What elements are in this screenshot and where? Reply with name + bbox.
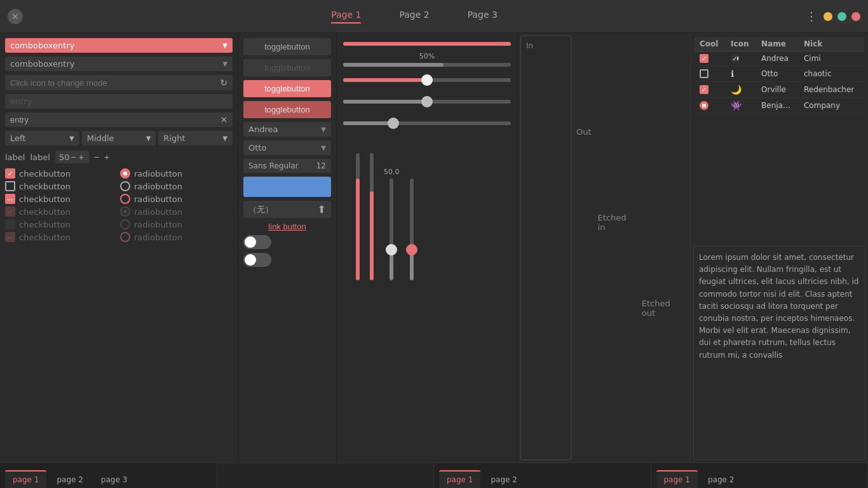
checkbutton-2[interactable]: checkbutton	[5, 181, 118, 191]
align-left-select[interactable]: Left ▼	[5, 131, 79, 146]
spinner-inc[interactable]: +	[78, 152, 85, 162]
font-name: Sans Regular	[248, 161, 311, 170]
vslider-1[interactable]	[356, 153, 360, 280]
vslider-4[interactable]	[410, 153, 414, 280]
radiobutton-label-2: radiobutton	[134, 182, 182, 191]
align-left-arrow: ▼	[69, 135, 74, 142]
cell-icon-2: ℹ	[726, 66, 756, 82]
entry-with-clear: ✕	[5, 112, 233, 127]
extra-dec[interactable]: −	[94, 152, 99, 162]
togglebutton-2: togglebutton	[243, 59, 331, 76]
checkbox-2	[5, 181, 15, 191]
cell-nick-2: chaotic	[799, 66, 864, 82]
font-row[interactable]: Sans Regular 12	[243, 159, 331, 173]
tab-page3[interactable]: Page 3	[468, 10, 498, 24]
table-row[interactable]: ✓ Andrea Cimi	[695, 51, 864, 66]
out-section: Out	[574, 36, 594, 460]
hslider-5[interactable]	[343, 116, 511, 129]
bottom-tab-p1-1[interactable]: page 1	[5, 470, 46, 488]
checkbutton-3[interactable]: checkbutton	[5, 194, 118, 204]
tab-page2[interactable]: Page 2	[399, 10, 429, 24]
bottom-tab-p2-3[interactable]: page 2	[483, 471, 524, 488]
hslider-3[interactable]	[343, 73, 511, 86]
radio-5	[120, 219, 130, 229]
spinner-dec[interactable]: −	[69, 152, 77, 162]
combo-andrea-arrow: ▼	[321, 126, 326, 133]
combo-value-dark: comboboxentry	[10, 59, 222, 69]
icon-alien-4: 👾	[731, 100, 742, 111]
hslider-4[interactable]	[343, 95, 511, 107]
bottom-tab-p2-1[interactable]: page 2	[49, 471, 90, 488]
radiobutton-label-4: radiobutton	[134, 207, 182, 217]
radiobutton-2[interactable]: radiobutton	[120, 181, 233, 191]
checkbutton-4: checkbutton	[5, 207, 118, 217]
align-right-select[interactable]: Right ▼	[158, 131, 233, 146]
checkbutton-1[interactable]: checkbutton	[5, 168, 118, 179]
combo-entry-dark[interactable]: comboboxentry ▼	[5, 57, 233, 71]
dot-green	[837, 12, 846, 21]
close-button[interactable]: ✕	[8, 9, 23, 24]
checkbox-cool-3	[700, 85, 709, 94]
bottom-tab-p1-4[interactable]: page 1	[656, 470, 698, 488]
checkbutton-label-3: checkbutton	[19, 194, 71, 204]
radiobutton-3[interactable]: radiobutton	[120, 194, 233, 204]
slider-label-50pct: 50%	[343, 52, 511, 60]
radio-1	[120, 168, 130, 179]
bottom-tab-p1-3[interactable]: page 1	[439, 470, 480, 488]
togglebutton-3[interactable]: togglebutton	[243, 80, 331, 97]
checkbutton-label-2: checkbutton	[19, 182, 71, 191]
cell-icon-4: 👾	[726, 98, 756, 114]
tab-group-4: page 1 page 2	[651, 463, 869, 488]
col-icon: Icon	[726, 37, 756, 51]
data-table: Cool Icon Name Nick	[695, 37, 864, 114]
menu-icon[interactable]: ⋮	[806, 10, 817, 23]
cell-nick-1: Cimi	[799, 51, 864, 66]
combo-otto-arrow: ▼	[321, 144, 326, 151]
refresh-icon[interactable]: ↻	[220, 78, 227, 88]
bottom-tab-p2-4[interactable]: page 2	[700, 471, 742, 488]
switch-knob-1	[245, 236, 256, 248]
togglebutton-1[interactable]: togglebutton	[243, 38, 331, 55]
table-row[interactable]: 🌙 Orville Redenbacher	[695, 82, 864, 98]
col-name: Name	[756, 37, 799, 51]
align-middle-select[interactable]: Middle ▼	[82, 131, 156, 146]
checkbox-cool-2	[700, 69, 709, 78]
tab-page1[interactable]: Page 1	[331, 10, 361, 24]
main-area: comboboxentry ▼ comboboxentry ▼ ↻ entry …	[0, 33, 868, 463]
combo-otto[interactable]: Otto ▼	[243, 140, 331, 155]
font-size: 12	[316, 161, 326, 170]
cell-name-2: Otto	[756, 66, 799, 82]
hslider-2[interactable]	[343, 63, 511, 67]
combo-entry-red[interactable]: comboboxentry ▼	[5, 38, 233, 53]
file-row[interactable]: （无） ⬆	[243, 201, 331, 218]
tab-group-1: page 1 page 2 page 3	[0, 463, 217, 488]
extra-inc[interactable]: +	[104, 152, 109, 162]
align-middle-arrow: ▼	[146, 135, 151, 142]
radio-4	[120, 207, 130, 217]
etched-in-label: Etched in	[598, 213, 635, 232]
cell-cool-2	[695, 66, 726, 82]
radio-6	[120, 232, 130, 242]
link-button[interactable]: link button	[243, 222, 331, 231]
titlebar-tabs: Page 1 Page 2 Page 3	[23, 10, 806, 24]
table-row[interactable]: ℹ Otto chaotic	[695, 66, 864, 82]
checkbox-cool-1	[700, 54, 709, 63]
switch-2[interactable]	[243, 253, 271, 267]
combo-andrea[interactable]: Andrea ▼	[243, 122, 331, 137]
switch-1[interactable]	[243, 235, 271, 249]
dot-red	[851, 12, 860, 21]
bottom-tab-p3-1[interactable]: page 3	[93, 471, 135, 488]
color-bar[interactable]	[243, 177, 331, 197]
clear-icon[interactable]: ✕	[220, 115, 227, 125]
entry-clear-input[interactable]	[10, 115, 220, 125]
tab-group-2	[217, 463, 435, 488]
table-row[interactable]: 👾 Benja… Company	[695, 98, 864, 114]
file-upload-icon: ⬆	[318, 203, 326, 215]
radiobutton-1[interactable]: radiobutton	[120, 168, 233, 179]
vslider-2[interactable]	[370, 153, 374, 280]
entry-mode-input[interactable]	[10, 78, 220, 88]
label-row: label label 50 − + − +	[5, 149, 233, 165]
cell-nick-3: Redenbacher	[799, 82, 864, 98]
combo-arrow-dark: ▼	[222, 60, 227, 67]
hslider-1[interactable]	[343, 42, 511, 46]
